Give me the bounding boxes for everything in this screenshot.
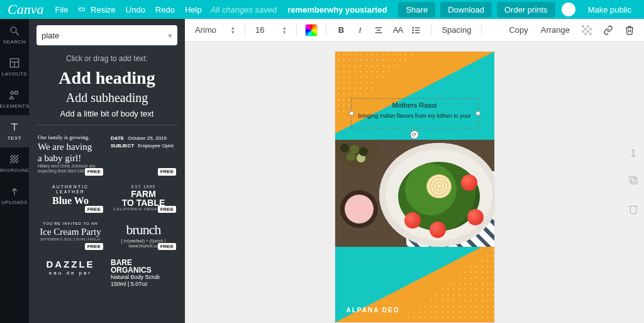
- logo[interactable]: Canva: [5, 1, 50, 18]
- case-button[interactable]: AA: [389, 22, 406, 38]
- save-status: All changes saved: [211, 5, 277, 14]
- menu-help[interactable]: Help: [180, 5, 207, 14]
- resize-handle-right[interactable]: [475, 111, 480, 116]
- template-baby[interactable]: Our family is growing. We are having a b…: [36, 132, 104, 177]
- template-grid: Our family is growing. We are having a b…: [36, 132, 177, 290]
- fontsize-select[interactable]: 16 ▴▾: [252, 25, 290, 35]
- svg-rect-26: [582, 25, 584, 28]
- template-leather[interactable]: AUTHENTIC LEATHER Blue Wo FREE: [36, 182, 104, 215]
- template-dazzle[interactable]: DAZZLE eau de par: [36, 256, 104, 290]
- menu-resize[interactable]: Resize: [73, 5, 120, 14]
- template-bare[interactable]: BARE ORGANICS Natural Body Scrub 150ml |…: [109, 256, 177, 290]
- svg-line-1: [16, 32, 19, 35]
- layouts-icon: [9, 57, 20, 69]
- rail-layouts-label: LAYOUTS: [2, 71, 27, 77]
- font-select[interactable]: Arimo ▴▾: [191, 25, 238, 35]
- download-button[interactable]: Download: [440, 2, 492, 18]
- page-tools: 1: [628, 148, 639, 217]
- italic-button[interactable]: I: [352, 22, 368, 38]
- crown-icon: [78, 5, 86, 13]
- menu-file[interactable]: File: [50, 5, 73, 14]
- background-icon: [9, 154, 20, 165]
- add-subheading-button[interactable]: Add subheading: [36, 91, 177, 105]
- template-memo[interactable]: DATEOctober 25, 2019 SUBJECTEmployee Opi…: [109, 132, 177, 177]
- selected-text-box[interactable]: Mothers Rasoi bringing Indian flavors fr…: [351, 98, 479, 128]
- rail-background[interactable]: BKGROUND: [0, 147, 29, 179]
- transparency-button[interactable]: [579, 22, 595, 38]
- svg-marker-7: [10, 96, 14, 99]
- bold-button[interactable]: B: [333, 22, 349, 38]
- side-panel: plate ▾ Click or drag to add text: Add h…: [29, 19, 185, 323]
- design-canvas[interactable]: Mothers Rasoi bringing Indian flavors fr…: [335, 52, 494, 322]
- food-image[interactable]: [335, 140, 494, 247]
- trash-icon: [625, 25, 635, 35]
- link-button[interactable]: [600, 22, 616, 38]
- order-prints-button[interactable]: Order prints: [497, 2, 555, 18]
- add-body-button[interactable]: Add a little bit of body text: [36, 109, 177, 118]
- rail-elements-label: ELEMENTS: [0, 103, 30, 109]
- rail-search[interactable]: SEARCH: [0, 19, 29, 51]
- free-badge: FREE: [85, 243, 103, 251]
- left-rail: SEARCH LAYOUTS ELEMENTS TEXT BKGROUND UP…: [0, 19, 29, 323]
- olive-bowl: [335, 140, 379, 169]
- canvas-area: Arimo ▴▾ 16 ▴▾ B I AA Spacing: [185, 19, 644, 323]
- svg-rect-27: [587, 25, 589, 28]
- spacing-button[interactable]: Spacing: [438, 25, 475, 35]
- tomato: [467, 209, 484, 225]
- make-public-button[interactable]: Make public: [580, 2, 639, 18]
- document-name[interactable]: rememberwhy youstarted: [281, 5, 393, 14]
- panel-search[interactable]: plate ▾: [36, 25, 177, 45]
- menu-resize-label: Resize: [91, 5, 116, 14]
- free-badge: FREE: [85, 168, 103, 176]
- chevron-down-icon: ▾: [168, 31, 172, 40]
- svg-rect-33: [589, 33, 592, 35]
- template-brunch[interactable]: brunch [ br(eakfast) + (l)unch ] www.bru…: [109, 219, 177, 251]
- svg-point-21: [413, 32, 413, 33]
- svg-rect-30: [582, 30, 584, 33]
- delete-button[interactable]: [621, 22, 638, 38]
- svg-point-19: [413, 27, 413, 28]
- canvas-title-text[interactable]: Mothers Rasoi: [352, 101, 478, 109]
- updown-icon: ▴▾: [283, 26, 286, 35]
- stage-wrap[interactable]: Mothers Rasoi bringing Indian flavors fr…: [185, 42, 644, 323]
- color-swatch-icon: [305, 24, 318, 37]
- align-center-icon: [374, 25, 384, 35]
- avatar[interactable]: [562, 3, 575, 16]
- copy-button[interactable]: Copy: [505, 25, 531, 35]
- panel-hint: Click or drag to add text:: [36, 54, 177, 63]
- resize-handle-left[interactable]: [349, 111, 354, 116]
- free-badge: FREE: [158, 168, 176, 176]
- menu-undo[interactable]: Undo: [121, 5, 150, 14]
- tomato: [430, 222, 446, 238]
- svg-line-14: [16, 161, 18, 163]
- add-heading-button[interactable]: Add heading: [36, 68, 177, 88]
- svg-point-0: [11, 27, 16, 33]
- rail-layouts[interactable]: LAYOUTS: [0, 51, 29, 83]
- copy-icon: [628, 174, 639, 186]
- delete-page-button[interactable]: [628, 203, 639, 217]
- rotate-handle[interactable]: ⟳: [410, 130, 419, 139]
- free-badge: FREE: [85, 206, 103, 213]
- list-button[interactable]: [408, 22, 425, 38]
- rail-text[interactable]: TEXT: [0, 115, 29, 147]
- align-button[interactable]: [370, 22, 387, 38]
- free-badge: FREE: [158, 206, 176, 213]
- pasta: [426, 174, 452, 198]
- template-farm[interactable]: EST 1995 FARM TO TABLE CALIFORNIA ORGANI…: [109, 182, 177, 215]
- canvas-footer-text[interactable]: ALPANA DEO: [347, 307, 400, 314]
- share-button[interactable]: Share: [398, 2, 435, 18]
- canvas-subtitle-text[interactable]: bringing Indian flavors from my kithen t…: [352, 113, 478, 119]
- rail-elements[interactable]: ELEMENTS: [0, 83, 29, 115]
- menu-redo[interactable]: Redo: [150, 5, 180, 14]
- rail-search-label: SEARCH: [3, 39, 26, 45]
- duplicate-page-button[interactable]: [628, 174, 639, 188]
- svg-rect-31: [587, 30, 589, 33]
- svg-line-10: [10, 155, 13, 157]
- free-badge: FREE: [158, 243, 176, 251]
- rail-uploads[interactable]: UPLOADS: [0, 179, 29, 212]
- svg-rect-32: [584, 33, 587, 35]
- text-color-button[interactable]: [303, 22, 319, 38]
- template-icecream[interactable]: YOU'RE INVITED TO AN Ice Cream Party SEP…: [36, 219, 104, 251]
- arrange-button[interactable]: Arrange: [537, 25, 574, 35]
- tomato: [404, 212, 421, 229]
